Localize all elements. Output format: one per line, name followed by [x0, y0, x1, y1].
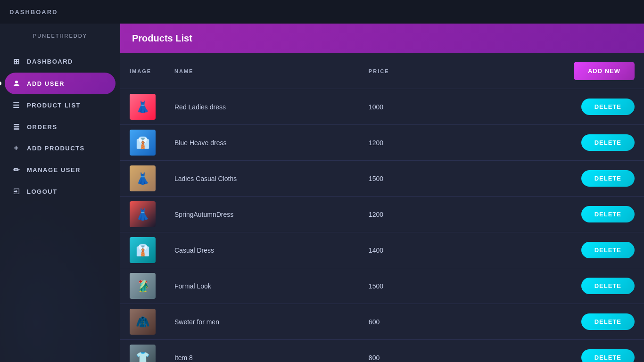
delete-button[interactable]: DELETE	[581, 313, 635, 330]
add-new-button[interactable]: ADD NEW	[574, 62, 635, 80]
sidebar-item-label: LOGOUT	[27, 188, 58, 195]
product-image-cell: 👕	[120, 340, 165, 362]
sidebar-item-label: PRODUCT LIST	[27, 102, 81, 109]
product-name: SpringAutumnDress	[165, 197, 359, 232]
table-row: 👔 Casual Dress 1400 DELETE	[120, 232, 644, 268]
product-action: DELETE	[454, 197, 644, 232]
sidebar-item-label: MANAGE USER	[27, 166, 81, 173]
table-row: 👗 Red Ladies dress 1000 DELETE	[120, 89, 644, 125]
sidebar-item-add-user[interactable]: ADD USER	[5, 73, 116, 94]
product-image-cell: 👗	[120, 89, 165, 125]
table-body: 👗 Red Ladies dress 1000 DELETE 👔 Blue He…	[120, 89, 644, 362]
sidebar-item-manage-user[interactable]: ✏ MANAGE USER	[0, 159, 120, 181]
top-bar-title: DASHBOARD	[9, 8, 58, 16]
delete-button[interactable]: DELETE	[581, 278, 635, 294]
active-dot	[0, 82, 1, 85]
table-head: IMAGE NAME PRICE ADD NEW	[120, 53, 644, 89]
product-price: 1400	[359, 232, 454, 268]
delete-button[interactable]: DELETE	[581, 99, 635, 115]
product-price: 1500	[359, 268, 454, 304]
sidebar-nav: ⊞ DASHBOARD ADD USER ☰ PRODUCT LIST ORDE…	[0, 50, 120, 202]
product-image: 👗	[130, 94, 156, 120]
svg-rect-2	[14, 126, 19, 128]
product-image-cell: 👗	[120, 197, 165, 232]
product-image-cell: 👔	[120, 125, 165, 161]
product-action: DELETE	[454, 304, 644, 340]
product-action: DELETE	[454, 161, 644, 197]
svg-rect-1	[14, 124, 19, 125]
table-row: 🧥 Sweter for men 600 DELETE	[120, 304, 644, 340]
delete-button[interactable]: DELETE	[581, 206, 635, 222]
sidebar: PUNEETHREDDY ⊞ DASHBOARD ADD USER ☰ PROD…	[0, 24, 120, 362]
product-name: Formal Look	[165, 268, 359, 304]
sidebar-item-logout[interactable]: LOGOUT	[0, 181, 120, 202]
delete-button[interactable]: DELETE	[581, 134, 635, 151]
product-action: DELETE	[454, 268, 644, 304]
product-price: 1000	[359, 89, 454, 125]
product-price: 800	[359, 340, 454, 362]
svg-rect-3	[14, 128, 19, 130]
table-header-row: IMAGE NAME PRICE ADD NEW	[120, 53, 644, 89]
add-user-icon	[12, 79, 21, 88]
sidebar-item-add-products[interactable]: + ADD PRODUCTS	[0, 137, 120, 159]
col-action: ADD NEW	[454, 53, 644, 89]
product-price: 1200	[359, 125, 454, 161]
sidebar-item-product-list[interactable]: ☰ PRODUCT LIST	[0, 94, 120, 116]
add-products-icon: +	[12, 144, 21, 152]
list-icon: ☰	[12, 101, 21, 110]
sidebar-username: PUNEETHREDDY	[0, 33, 120, 39]
product-image: 👔	[130, 237, 156, 263]
dashboard-icon: ⊞	[12, 57, 21, 66]
table-row: 🥻 Formal Look 1500 DELETE	[120, 268, 644, 304]
delete-button[interactable]: DELETE	[581, 242, 635, 258]
products-list-header: Products List	[120, 24, 644, 53]
col-name: NAME	[165, 53, 359, 89]
top-bar: DASHBOARD	[0, 0, 644, 24]
product-image: 🧥	[130, 309, 156, 335]
table-row: 👗 Ladies Casual Cloths 1500 DELETE	[120, 161, 644, 197]
page-title: Products List	[132, 33, 192, 43]
products-table: IMAGE NAME PRICE ADD NEW 👗 Red Ladies	[120, 53, 644, 362]
product-image: 🥻	[130, 273, 156, 299]
main-container: PUNEETHREDDY ⊞ DASHBOARD ADD USER ☰ PROD…	[0, 24, 644, 362]
product-image-cell: 👔	[120, 232, 165, 268]
sidebar-item-dashboard[interactable]: ⊞ DASHBOARD	[0, 50, 120, 73]
product-price: 1500	[359, 161, 454, 197]
orders-icon	[12, 123, 21, 131]
col-price: PRICE	[359, 53, 454, 89]
delete-button[interactable]: DELETE	[581, 349, 635, 362]
product-name: Item 8	[165, 340, 359, 362]
product-name: Ladies Casual Cloths	[165, 161, 359, 197]
product-image: 👗	[130, 165, 156, 191]
logout-icon	[12, 188, 21, 195]
product-image: 👔	[130, 130, 156, 156]
product-action: DELETE	[454, 340, 644, 362]
product-image: 👗	[130, 201, 156, 227]
product-name: Red Ladies dress	[165, 89, 359, 125]
product-action: DELETE	[454, 125, 644, 161]
product-image-cell: 🧥	[120, 304, 165, 340]
sidebar-item-orders[interactable]: ORDERS	[0, 116, 120, 137]
product-image-cell: 🥻	[120, 268, 165, 304]
product-name: Sweter for men	[165, 304, 359, 340]
product-name: Blue Heave dress	[165, 125, 359, 161]
product-image: 👕	[130, 345, 156, 362]
sidebar-item-label: DASHBOARD	[27, 58, 73, 65]
table-row: 👕 Item 8 800 DELETE	[120, 340, 644, 362]
table-row: 👔 Blue Heave dress 1200 DELETE	[120, 125, 644, 161]
product-price: 1200	[359, 197, 454, 232]
manage-user-icon: ✏	[12, 165, 21, 174]
sidebar-item-label: ORDERS	[27, 123, 58, 131]
table-container: IMAGE NAME PRICE ADD NEW 👗 Red Ladies	[120, 53, 644, 362]
sidebar-item-label: ADD PRODUCTS	[27, 145, 85, 152]
col-image: IMAGE	[120, 53, 165, 89]
product-action: DELETE	[454, 232, 644, 268]
table-row: 👗 SpringAutumnDress 1200 DELETE	[120, 197, 644, 232]
product-name: Casual Dress	[165, 232, 359, 268]
product-price: 600	[359, 304, 454, 340]
delete-button[interactable]: DELETE	[581, 170, 635, 187]
product-action: DELETE	[454, 89, 644, 125]
sidebar-item-label: ADD USER	[27, 80, 65, 87]
svg-point-0	[15, 81, 18, 83]
product-image-cell: 👗	[120, 161, 165, 197]
